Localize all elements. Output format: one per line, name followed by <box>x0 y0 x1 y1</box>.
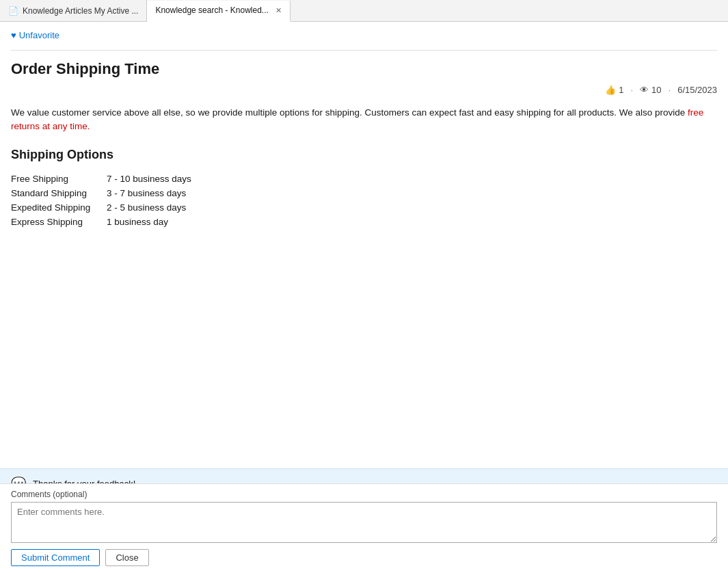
shipping-name-standard: Standard Shipping <box>11 186 107 200</box>
divider <box>11 50 717 51</box>
section-title: Shipping Options <box>11 148 717 162</box>
tab1-icon: 📄 <box>8 6 18 16</box>
article-body-text: We value customer service above all else… <box>11 106 717 134</box>
likes-count: 1 <box>619 85 623 95</box>
meta-sep2: · <box>669 85 671 95</box>
tab-knowledge-articles[interactable]: 📄 Knowledge Articles My Active ... <box>0 0 147 21</box>
table-row: Express Shipping 1 business day <box>11 215 202 229</box>
article-meta: 👍 1 · 👁 10 · 6/15/2023 <box>11 85 717 95</box>
eye-icon: 👁 <box>640 85 649 95</box>
article-date: 6/15/2023 <box>677 85 717 95</box>
article-body: We value customer service above all else… <box>11 106 717 134</box>
heart-icon: ♥ <box>11 30 16 40</box>
highlight-text: free returns at any time. <box>11 107 703 131</box>
views-meta: 👁 10 <box>640 85 661 95</box>
views-count: 10 <box>651 85 661 95</box>
shipping-time-free: 7 - 10 business days <box>107 172 202 186</box>
unfavorite-button[interactable]: ♥ Unfavorite <box>11 30 59 40</box>
tab1-label: Knowledge Articles My Active ... <box>23 6 138 16</box>
tab2-close-icon[interactable]: ✕ <box>275 6 282 15</box>
shipping-name-expedited: Expedited Shipping <box>11 200 107 215</box>
likes-meta: 👍 1 <box>605 85 623 95</box>
table-row: Standard Shipping 3 - 7 business days <box>11 186 202 200</box>
shipping-name-express: Express Shipping <box>11 215 107 229</box>
unfavorite-label: Unfavorite <box>19 30 59 40</box>
shipping-time-standard: 3 - 7 business days <box>107 186 202 200</box>
table-row: Expedited Shipping 2 - 5 business days <box>11 200 202 215</box>
shipping-time-expedited: 2 - 5 business days <box>107 200 202 215</box>
tab2-label: Knowledge search - Knowled... <box>155 5 268 15</box>
shipping-name-free: Free Shipping <box>11 172 107 186</box>
meta-sep1: · <box>630 85 633 95</box>
main-content: ♥ Unfavorite Order Shipping Time 👍 1 · 👁… <box>0 22 728 237</box>
article-title: Order Shipping Time <box>11 60 717 78</box>
tabs-bar: 📄 Knowledge Articles My Active ... Knowl… <box>0 0 728 22</box>
tab-knowledge-search[interactable]: Knowledge search - Knowled... ✕ <box>147 1 290 22</box>
table-row: Free Shipping 7 - 10 business days <box>11 172 202 186</box>
shipping-time-express: 1 business day <box>107 215 202 229</box>
shipping-table: Free Shipping 7 - 10 business days Stand… <box>11 172 202 229</box>
thumbs-up-icon: 👍 <box>605 85 616 95</box>
